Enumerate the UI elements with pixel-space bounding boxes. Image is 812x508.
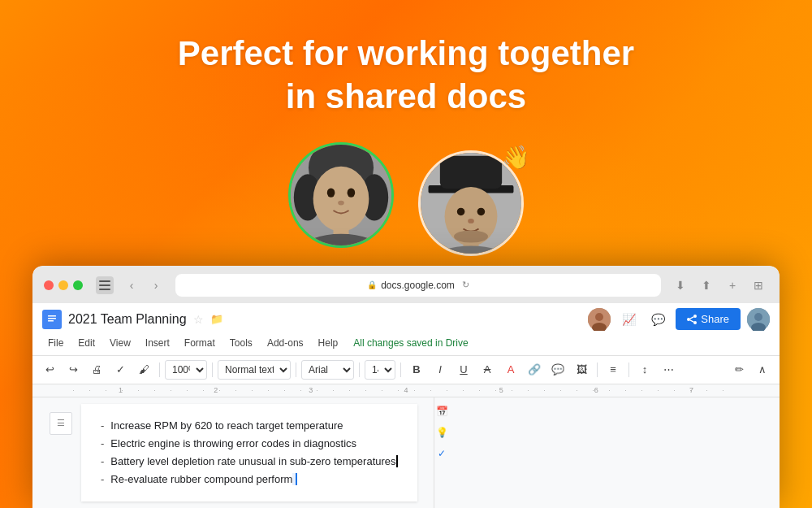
- svg-point-30: [693, 315, 697, 318]
- redo-button[interactable]: ↪: [63, 359, 84, 380]
- svg-rect-23: [45, 312, 58, 327]
- right-sidebar: 📅 💡 ✓: [434, 397, 450, 508]
- svg-point-4: [313, 167, 369, 232]
- avatar-woman-wrap: [288, 142, 394, 248]
- doc-outer: ☰ - Increase RPM by 620 to reach target …: [32, 397, 780, 508]
- google-docs-icon: [42, 310, 62, 329]
- close-button[interactable]: [44, 280, 54, 290]
- more-button[interactable]: ⋯: [658, 359, 679, 380]
- expand-button[interactable]: ∧: [752, 359, 773, 380]
- menu-help[interactable]: Help: [313, 336, 344, 350]
- activity-icon[interactable]: 📈: [617, 308, 640, 331]
- avatar-man-wrap: 👋: [418, 150, 524, 256]
- share-icon[interactable]: ⬆: [697, 276, 716, 295]
- minimize-button[interactable]: [58, 280, 68, 290]
- address-bar[interactable]: 🔒 docs.google.com ↻: [175, 274, 661, 297]
- reload-icon: ↻: [462, 280, 469, 290]
- menu-file[interactable]: File: [42, 336, 69, 350]
- calendar-icon[interactable]: 📅: [434, 404, 449, 419]
- tasks-icon[interactable]: ✓: [434, 446, 449, 461]
- menu-format[interactable]: Format: [179, 336, 221, 350]
- spellcheck-button[interactable]: ✓: [110, 359, 131, 380]
- lightbulb-icon[interactable]: 💡: [434, 425, 449, 440]
- toolbar: ↩ ↪ 🖨 ✓ 🖌 100% 75% 125% Normal text Head…: [32, 356, 780, 384]
- browser-actions: ⬇ ⬆ + ⊞: [671, 276, 768, 295]
- print-button[interactable]: 🖨: [86, 359, 107, 380]
- folder-icon[interactable]: 📁: [210, 313, 223, 325]
- lock-icon: 🔒: [367, 280, 377, 289]
- font-size-select[interactable]: 14 12 16: [365, 360, 395, 380]
- svg-rect-21: [99, 284, 110, 286]
- font-select[interactable]: Arial Times New Roman: [301, 360, 354, 380]
- comment-icon[interactable]: 💬: [646, 308, 669, 331]
- outline-icon[interactable]: ☰: [50, 412, 72, 435]
- maximize-button[interactable]: [73, 280, 83, 290]
- style-select[interactable]: Normal text Heading 1 Heading 2: [218, 360, 291, 380]
- menu-insert[interactable]: Insert: [140, 336, 175, 350]
- doc-header: 2021 Team Planning ☆ 📁 📈 💬: [32, 303, 780, 356]
- list-item: - Re-evaluate rubber compound perform: [101, 471, 398, 488]
- avatar-woman: [291, 145, 391, 245]
- avatar-woman-circle: [288, 142, 394, 248]
- text-cursor: [396, 455, 398, 467]
- doc-margin-left: ☰: [49, 404, 73, 501]
- user-avatar[interactable]: [747, 308, 770, 331]
- text-color-button[interactable]: A: [500, 359, 521, 380]
- forward-button[interactable]: ›: [146, 276, 166, 295]
- svg-point-15: [477, 208, 486, 216]
- svg-point-31: [687, 318, 690, 321]
- sidebar-toggle-button[interactable]: [96, 276, 114, 294]
- svg-point-7: [338, 201, 344, 206]
- menu-edit[interactable]: Edit: [72, 336, 101, 350]
- align-button[interactable]: ≡: [603, 359, 624, 380]
- star-icon[interactable]: ☆: [193, 313, 204, 326]
- zoom-select[interactable]: 100% 75% 125%: [165, 360, 207, 380]
- strikethrough-button[interactable]: A: [477, 359, 498, 380]
- hero-title-line2: in shared docs: [0, 76, 812, 119]
- hero-text: Perfect for working together in shared d…: [0, 33, 812, 118]
- browser-nav: ‹ ›: [96, 276, 166, 295]
- doc-actions-right: 📈 💬 Share: [588, 308, 770, 331]
- tabs-icon[interactable]: ⊞: [749, 276, 768, 295]
- hero-title: Perfect for working together in shared d…: [0, 33, 812, 118]
- saved-status: All changes saved in Drive: [353, 337, 468, 349]
- svg-point-16: [468, 219, 474, 224]
- paint-format-button[interactable]: 🖌: [133, 359, 154, 380]
- svg-point-19: [434, 245, 508, 256]
- list-item: - Electric engine is throwing error code…: [101, 435, 398, 453]
- italic-button[interactable]: I: [430, 359, 451, 380]
- svg-point-36: [754, 313, 762, 321]
- svg-point-17: [454, 230, 488, 242]
- list-item: - Increase RPM by 620 to reach target te…: [101, 417, 398, 435]
- toolbar-separator-6: [597, 363, 598, 377]
- traffic-lights: [44, 280, 83, 290]
- svg-point-5: [327, 188, 335, 197]
- back-button[interactable]: ‹: [122, 276, 141, 295]
- ruler-numbers: 1234567: [73, 384, 739, 394]
- hero-title-line1: Perfect for working together: [0, 33, 812, 76]
- bold-button[interactable]: B: [406, 359, 427, 380]
- download-icon[interactable]: ⬇: [671, 276, 690, 295]
- doc-page[interactable]: - Increase RPM by 620 to reach target te…: [81, 404, 417, 501]
- image-button[interactable]: 🖼: [571, 359, 592, 380]
- menu-tools[interactable]: Tools: [224, 336, 258, 350]
- toolbar-separator-5: [400, 363, 401, 377]
- editing-mode-button[interactable]: ✏: [728, 359, 749, 380]
- browser-chrome: ‹ › 🔒 docs.google.com ↻ ⬇ ⬆ + ⊞: [32, 266, 780, 303]
- menu-addons[interactable]: Add-ons: [261, 336, 309, 350]
- svg-rect-22: [99, 289, 110, 290]
- share-button[interactable]: Share: [676, 308, 741, 330]
- menu-bar: File Edit View Insert Format Tools Add-o…: [42, 334, 770, 355]
- menu-view[interactable]: View: [104, 336, 136, 350]
- line-spacing-button[interactable]: ↕: [634, 359, 655, 380]
- undo-button[interactable]: ↩: [39, 359, 60, 380]
- ruler: 1234567: [32, 384, 780, 397]
- share-label: Share: [701, 313, 729, 325]
- comment-inline-button[interactable]: 💬: [547, 359, 568, 380]
- underline-button[interactable]: U: [453, 359, 474, 380]
- link-button[interactable]: 🔗: [524, 359, 545, 380]
- toolbar-separator-4: [359, 363, 360, 377]
- new-tab-icon[interactable]: +: [723, 276, 742, 295]
- list-item: - Battery level depletion rate unusual i…: [101, 453, 398, 471]
- svg-rect-25: [48, 318, 56, 319]
